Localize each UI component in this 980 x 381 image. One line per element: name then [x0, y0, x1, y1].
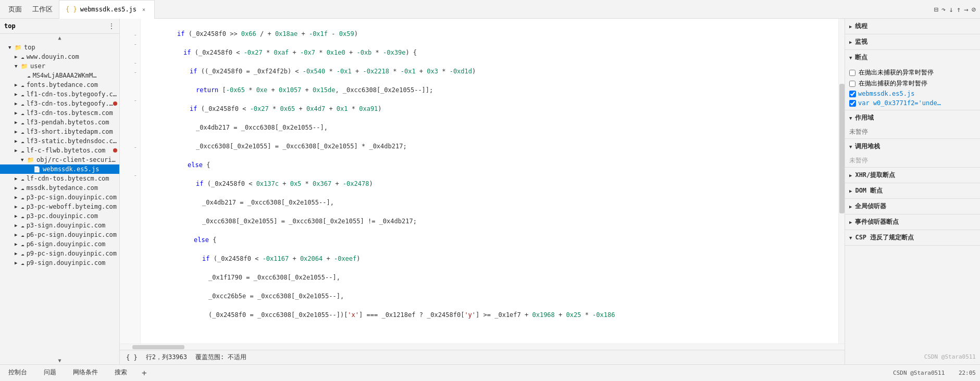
cloud-icon: ☁ — [21, 129, 24, 135]
sidebar-scroll-down[interactable]: ▼ — [0, 357, 119, 364]
step-into-icon[interactable]: ↓ — [949, 5, 953, 14]
sidebar-item-lf3-bytescm[interactable]: ▶ ☁ lf3-cdn-tos.bytescm.com — [0, 108, 119, 118]
sidebar-item-lf-cdn[interactable]: ▶ ☁ lf-cdn-tos.bytescm.com — [0, 174, 119, 183]
horizontal-scrollbar-thumb[interactable] — [132, 345, 184, 349]
sidebar-item-label: p3-pc-sign.douyinpic.com — [27, 194, 117, 201]
sidebar-item-p6sign[interactable]: ▶ ☁ p6-sign.douyinpic.com — [0, 239, 119, 249]
dock-icon[interactable]: ⊟ — [934, 5, 938, 14]
section-collapse-icon: ▼ — [849, 235, 852, 240]
section-callstack-header[interactable]: ▼ 调用堆栈 — [845, 139, 980, 154]
tab-network-conditions[interactable]: 网络条件 — [69, 366, 102, 380]
code-line-5: if (_0x2458f0 < -0x27 * 0x65 + 0x4d7 + 0… — [145, 104, 834, 113]
sidebar-item-label: fonts.bytedance.com — [27, 81, 98, 88]
sidebar-item-lf3-static[interactable]: ▶ ☁ lf3-static.bytednsdoc.com — [0, 136, 119, 146]
sidebar-item-p3pc[interactable]: ▶ ☁ p3-pc.douyinpic.com — [0, 211, 119, 221]
sidebar-item-p9sign[interactable]: ▶ ☁ p9-sign.douyinpic.com — [0, 258, 119, 268]
section-scope-header[interactable]: ▼ 作用域 — [845, 110, 980, 125]
sidebar-item-p9pcsign[interactable]: ▶ ☁ p9-pc-sign.douyinpic.com — [0, 249, 119, 258]
code-editor[interactable]: if (_0x2458f0 >> 0x66 / + 0x18ae + -0x1f… — [141, 19, 838, 344]
sidebar-item-top[interactable]: ▼ 📁 top — [0, 43, 119, 52]
section-watch-header[interactable]: ▶ 监视 — [845, 34, 980, 49]
bp-checkbox-webmssdk[interactable] — [849, 91, 856, 97]
section-title: 监视 — [855, 37, 867, 46]
sidebar-item-user[interactable]: ▼ 📁 user — [0, 61, 119, 71]
step-next-icon[interactable]: → — [964, 5, 968, 14]
tab-issues[interactable]: 问题 — [40, 366, 60, 380]
bp-entry-webmssdk: webmssdk.es5.js — [849, 89, 976, 98]
status-bar: { } 行2，列33963 覆盖范围: 不适用 — [120, 350, 845, 364]
section-title: 作用域 — [855, 113, 874, 122]
callstack-status: 未暂停 — [849, 155, 868, 166]
add-tab-button[interactable]: + — [140, 368, 149, 378]
section-threads-header[interactable]: ▶ 线程 — [845, 19, 980, 34]
sidebar-item-webmssdk[interactable]: 📄 webmssdk.es5.js — [0, 164, 119, 174]
step-over-icon[interactable]: ↷ — [941, 5, 946, 14]
sidebar-item-label: p6-pc-sign.douyinpic.com — [27, 231, 117, 238]
section-dom-header[interactable]: ▶ DOM 断点 — [845, 183, 980, 198]
step-out-icon[interactable]: ↑ — [957, 5, 961, 14]
section-global-header[interactable]: ▶ 全局侦听器 — [845, 199, 980, 214]
cloud-icon: ☁ — [21, 110, 24, 117]
bp-checkbox-var[interactable] — [849, 100, 856, 107]
section-global-listeners: ▶ 全局侦听器 — [845, 199, 980, 214]
sidebar-item-p6pcsign[interactable]: ▶ ☁ p6-pc-sign.douyinpic.com — [0, 230, 119, 239]
code-container[interactable]: - - - - - - - — [120, 19, 845, 344]
section-scope-content: 未暂停 — [845, 125, 980, 138]
sidebar-item-lf3-short[interactable]: ▶ ☁ lf3-short.ibytedapm.com — [0, 127, 119, 136]
checkbox-label: 在抛出未捕获的异常时暂停 — [859, 68, 934, 77]
breakpoint-dot — [113, 101, 117, 106]
sidebar-item-p3pc-sign[interactable]: ▶ ☁ p3-pc-sign.douyinpic.com — [0, 193, 119, 202]
sidebar: top ⋮ ▲ ▼ 📁 top ▶ ☁ www.douyin.com ▼ 📁 — [0, 19, 120, 364]
sidebar-item-douyin[interactable]: ▶ ☁ www.douyin.com — [0, 52, 119, 61]
vertical-scrollbar[interactable] — [838, 19, 845, 344]
checkbox-uncaught[interactable] — [849, 70, 855, 76]
section-callstack-content: 未暂停 — [845, 154, 980, 167]
sidebar-item-lf3-pendah[interactable]: ▶ ☁ lf3-pendah.bytetos.com — [0, 118, 119, 127]
sidebar-item-fonts[interactable]: ▶ ☁ fonts.bytedance.com — [0, 80, 119, 90]
checkbox-caught[interactable] — [849, 81, 855, 87]
line-gutter: - - - - - - - — [120, 19, 141, 344]
sidebar-item-lf1[interactable]: ▶ ☁ lf1-cdn-tos.bytegoofy.com — [0, 90, 119, 99]
bottom-tabs: 控制台 问题 网络条件 搜索 + CSDN @Stara0511 22:05 — [0, 364, 980, 381]
sidebar-item-p3pcweb[interactable]: ▶ ☁ p3-pc-weboff.byteimg.com — [0, 202, 119, 211]
section-xhr-header[interactable]: ▶ XHR/提取断点 — [845, 168, 980, 183]
section-breakpoints-header[interactable]: ▼ 断点 — [845, 50, 980, 65]
section-title: DOM 断点 — [855, 186, 883, 195]
code-line-7: _0xcc6308[_0x2e1055] = _0xcc6308[_0x2e10… — [145, 142, 834, 151]
sidebar-item-label: p9-pc-sign.douyinpic.com — [27, 250, 117, 257]
sidebar-item-obj[interactable]: ▼ 📁 obj/rc-client-security/c-we… — [0, 155, 119, 164]
nav-workspace[interactable]: 工作区 — [28, 3, 57, 16]
sidebar-item-lfc-flwb[interactable]: ▶ ☁ lf-c-flwb.bytetos.com — [0, 146, 119, 155]
section-csp-header[interactable]: ▼ CSP 违反了规定断点 — [845, 230, 980, 245]
sidebar-item-lf3-bytegoofy[interactable]: ▶ ☁ lf3-cdn-tos.bytegoofy.com — [0, 99, 119, 108]
sidebar-scroll-up[interactable]: ▲ — [0, 34, 119, 42]
scrollbar-thumb[interactable] — [839, 84, 845, 214]
folder-icon: 📁 — [27, 157, 34, 163]
status-position: 行2，列33963 — [146, 353, 187, 362]
tab-console[interactable]: 控制台 — [4, 366, 31, 380]
code-line-15: _0xcc26b5e = _0xcc6308[_0x2e1055--], — [145, 291, 834, 301]
sidebar-header: top ⋮ — [0, 19, 119, 34]
section-breakpoints-content: 在抛出未捕获的异常时暂停 在抛出捕获的异常时暂停 webmssdk.es5.js… — [845, 65, 980, 110]
sidebar-menu-icon[interactable]: ⋮ — [108, 22, 115, 30]
nav-pages[interactable]: 页面 — [4, 3, 26, 16]
bp-checkbox-caught: 在抛出捕获的异常时暂停 — [849, 78, 976, 89]
section-event-header[interactable]: ▶ 事件侦听器断点 — [845, 214, 980, 230]
horizontal-scrollbar-container[interactable] — [120, 344, 845, 350]
cloud-icon: ☁ — [21, 100, 24, 107]
pause-icon[interactable]: ⊘ — [972, 5, 976, 14]
scope-status: 未暂停 — [849, 126, 868, 137]
status-braces: { } — [126, 354, 138, 361]
section-callstack: ▼ 调用堆栈 未暂停 — [845, 139, 980, 168]
bp-checkbox-uncaught: 在抛出未捕获的异常时暂停 — [849, 67, 976, 78]
section-threads: ▶ 线程 — [845, 19, 980, 34]
tab-webmssdk[interactable]: { } webmssdk.es5.js × — [59, 0, 155, 19]
sidebar-item-ms4[interactable]: ☁ MS4wLjABAAA2WKmM… — [0, 71, 119, 80]
sidebar-item-mssdk[interactable]: ▶ ☁ mssdk.bytedance.com — [0, 183, 119, 193]
cloud-icon: ☁ — [21, 175, 24, 182]
sidebar-item-p3sign[interactable]: ▶ ☁ p3-sign.douyinpic.com — [0, 221, 119, 230]
sidebar-item-label: lf3-short.ibytedapm.com — [27, 128, 113, 135]
tab-close-button[interactable]: × — [140, 5, 148, 14]
tab-search[interactable]: 搜索 — [110, 366, 131, 380]
code-line-16: (_0x2458f0 = _0xcc6308[_0x2e1055--])['x'… — [145, 310, 834, 320]
